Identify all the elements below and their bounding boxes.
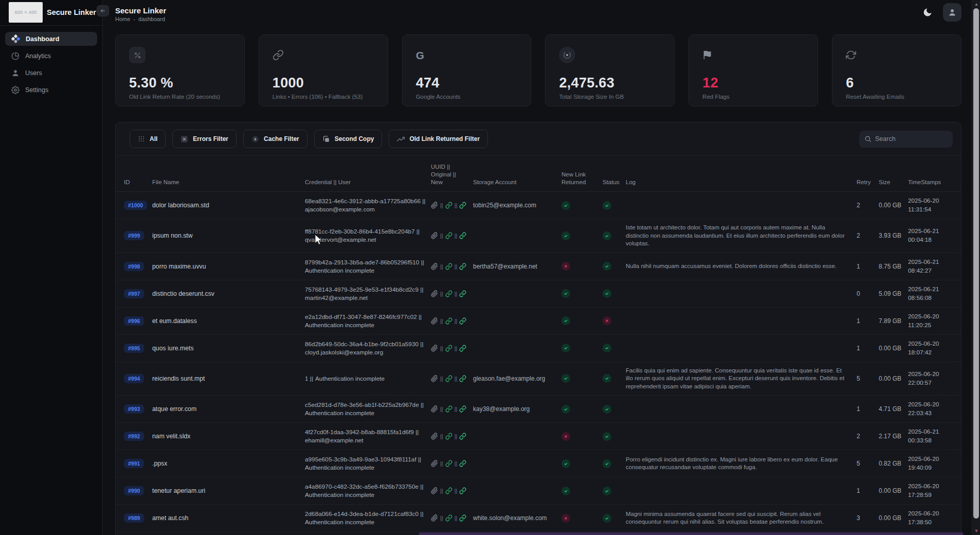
paperclip-icon[interactable] xyxy=(431,433,438,440)
sidebar-item-settings[interactable]: Settings xyxy=(5,83,97,97)
filter-second-copy-button[interactable]: Second Copy xyxy=(314,130,383,148)
trending-up-icon xyxy=(397,135,405,143)
stat-card-old-link-return-rate: 5.30 % Old Link Return Rate (20 seconds) xyxy=(115,34,245,106)
sidebar-item-analytics[interactable]: Analytics xyxy=(5,49,97,63)
pie-chart-icon xyxy=(11,52,20,60)
paperclip-icon[interactable] xyxy=(431,263,438,270)
paperclip-icon[interactable] xyxy=(431,345,438,352)
link-icon[interactable] xyxy=(459,317,466,325)
table-row[interactable]: #993atque error.comc5ed281d-d78e-3e56-ab… xyxy=(116,396,961,423)
link-icon[interactable] xyxy=(459,514,466,522)
filter-old-link-returned-button[interactable]: Old Link Returned Filter xyxy=(389,130,488,148)
table-row[interactable]: #991.ppsxa995e605-3c9b-3a49-9ae3-10943f8… xyxy=(116,450,961,477)
row-retry: 1 xyxy=(857,405,879,413)
links-table-panel: All Errors Filter Cache Filter xyxy=(115,122,961,535)
row-retry: 5 xyxy=(857,460,879,467)
refresh-icon xyxy=(846,50,856,60)
row-link-icons: |||| xyxy=(431,433,473,440)
link-icon[interactable] xyxy=(459,433,466,440)
sidebar-item-users[interactable]: Users xyxy=(5,66,97,80)
sidebar-item-dashboard[interactable]: Dashboard xyxy=(5,32,97,46)
link-icon[interactable] xyxy=(445,514,452,522)
vertical-scrollbar[interactable]: ▲ ▼ xyxy=(972,0,980,535)
link-icon[interactable] xyxy=(445,375,452,382)
link-icon[interactable] xyxy=(445,460,452,467)
paperclip-icon[interactable] xyxy=(431,232,438,239)
link-icon[interactable] xyxy=(459,405,466,413)
table-row[interactable]: #998porro maxime.uvvu8799b42a-2913-3b5a-… xyxy=(116,253,961,280)
link-icon[interactable] xyxy=(445,290,452,297)
check-circle-icon xyxy=(561,405,570,414)
row-credential: 86d2b649-50dc-36a4-b1be-9f2cb01a5930 ||c… xyxy=(305,340,431,356)
table-row[interactable]: #1000dolor laboriosam.std68ea8321-4e6c-3… xyxy=(116,192,961,219)
paperclip-icon[interactable] xyxy=(431,375,438,382)
row-user: cloyd.jaskolski@example.org xyxy=(305,348,383,356)
brand-name: Secure Linker xyxy=(47,8,96,16)
link-icon[interactable] xyxy=(445,202,452,209)
link-icon[interactable] xyxy=(445,263,452,270)
link-icon[interactable] xyxy=(459,375,466,382)
sidebar-item-label: Users xyxy=(25,69,42,77)
sidebar-collapse-button[interactable] xyxy=(97,5,109,16)
page-title: Secure Linker xyxy=(115,6,166,15)
row-credential: c5ed281d-d78e-3e56-ab1f-b225a2b967de ||A… xyxy=(305,401,431,417)
paperclip-icon[interactable] xyxy=(431,487,438,494)
row-size: 0.00 GB xyxy=(879,375,908,382)
avatar-icon xyxy=(948,8,957,17)
link-icon[interactable] xyxy=(445,433,452,440)
scrollbar-thumb[interactable] xyxy=(973,8,979,519)
filter-cache-button[interactable]: Cache Filter xyxy=(243,130,307,148)
stat-value: 1000 xyxy=(273,75,374,91)
link-icon[interactable] xyxy=(459,290,466,297)
table-row[interactable]: #999ipsum non.stwff8781cc-f2eb-30b2-86b4… xyxy=(116,219,961,253)
table-row[interactable]: #989amet aut.csh2d68a066-e14d-3dea-b1de-… xyxy=(116,505,961,532)
link-icon[interactable] xyxy=(459,263,466,270)
breadcrumb-home[interactable]: Home xyxy=(115,16,130,22)
link-icon[interactable] xyxy=(445,487,452,494)
link-icon[interactable] xyxy=(459,232,466,239)
link-icon[interactable] xyxy=(445,232,452,239)
link-icon[interactable] xyxy=(459,487,466,494)
row-retry: 5 xyxy=(857,375,879,382)
paperclip-icon[interactable] xyxy=(431,460,438,467)
row-user: Authentication incomplete xyxy=(305,491,374,499)
col-header-size: Size xyxy=(879,179,908,186)
paperclip-icon[interactable] xyxy=(431,514,438,522)
filter-all-button[interactable]: All xyxy=(130,130,166,148)
row-timestamp: 2025-06-2011:20:25 xyxy=(908,312,953,330)
table-row[interactable]: #996et eum.datalesse2a12dbd-df71-3047-8e… xyxy=(116,308,961,335)
row-storage-account: white.solon@example.com xyxy=(473,514,561,522)
paperclip-icon[interactable] xyxy=(431,290,438,297)
link-icon[interactable] xyxy=(459,202,466,209)
table-row[interactable]: #992nam velit.sldx4f27cd0f-1daa-3942-b8a… xyxy=(116,423,961,450)
row-filename: .ppsx xyxy=(152,460,305,467)
table-row[interactable]: #997distinctio deserunt.csv75768143-4979… xyxy=(116,280,961,308)
col-header-status: Status xyxy=(603,179,626,186)
user-menu-button[interactable] xyxy=(943,3,961,22)
theme-toggle-button[interactable] xyxy=(918,3,937,22)
check-circle-icon xyxy=(603,514,611,523)
link-icon[interactable] xyxy=(445,405,452,413)
search-icon xyxy=(864,135,872,142)
link-icon[interactable] xyxy=(445,317,452,325)
table-row[interactable]: #994reiciendis sunt.mpt1 ||Authenticatio… xyxy=(116,362,961,396)
paperclip-icon[interactable] xyxy=(431,405,438,413)
search-input[interactable] xyxy=(875,135,948,142)
link-icon[interactable] xyxy=(459,460,466,467)
scrollbar-down-arrow[interactable]: ▼ xyxy=(972,527,980,534)
logo-image-placeholder: 600 × 400 xyxy=(9,2,43,23)
stat-label: Links • Errors (106) • Fallback (53) xyxy=(273,94,374,100)
scrollbar-up-arrow[interactable]: ▲ xyxy=(972,1,980,8)
table-row[interactable]: #995quos iure.mets86d2b649-50dc-36a4-b1b… xyxy=(116,335,961,362)
link-icon[interactable] xyxy=(459,345,466,352)
row-uuid: a995e605-3c9b-3a49-9ae3-10943f8111af || xyxy=(305,455,421,463)
row-log: Magni minima assumenda quaerat facere se… xyxy=(626,510,857,526)
table-row[interactable]: #990tenetur aperiam.uria4a86970-c482-32d… xyxy=(116,477,961,505)
row-id-badge: #995 xyxy=(124,344,144,353)
filter-errors-button[interactable]: Errors Filter xyxy=(172,130,237,148)
percent-icon xyxy=(129,47,146,63)
paperclip-icon[interactable] xyxy=(431,202,438,209)
paperclip-icon[interactable] xyxy=(431,317,438,325)
link-icon[interactable] xyxy=(445,345,452,352)
check-circle-icon xyxy=(561,459,570,468)
